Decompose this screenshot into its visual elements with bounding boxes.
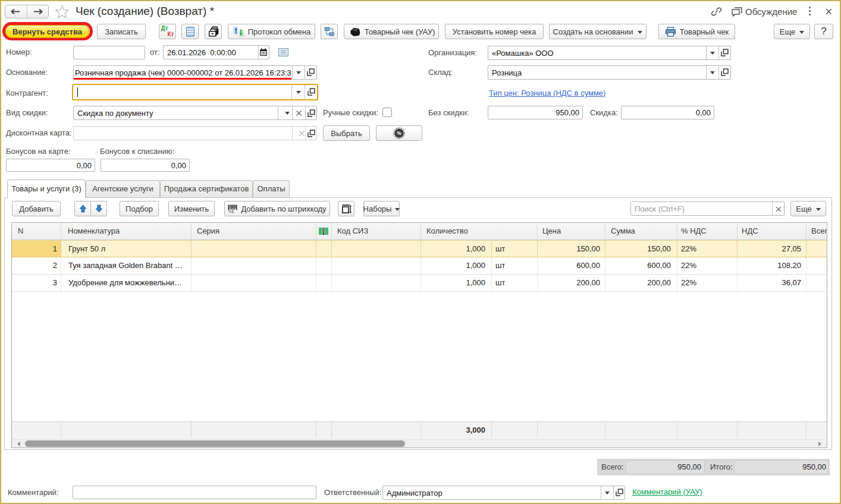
svg-text:%: %	[397, 130, 401, 136]
